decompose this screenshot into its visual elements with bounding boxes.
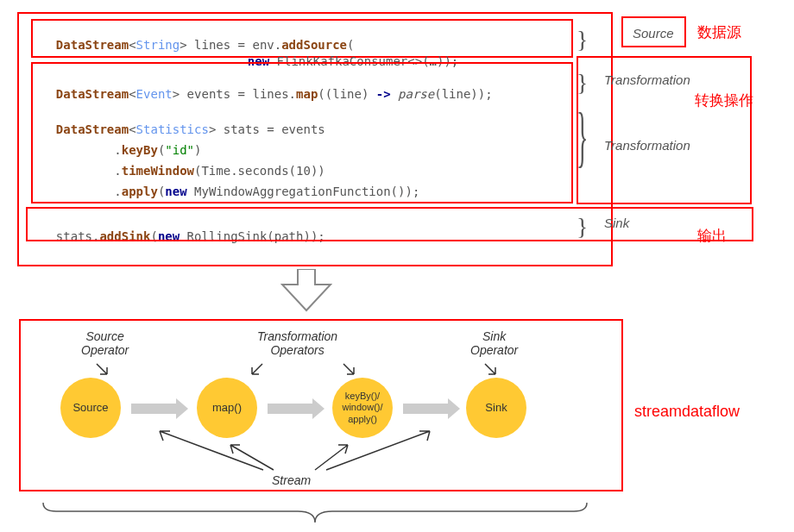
token: Event: [136, 87, 173, 101]
sink-op-label: Sink Operator: [470, 329, 518, 357]
trans-op-label: Transformation Operators: [257, 329, 337, 357]
cn-source-label: 数据源: [697, 22, 741, 42]
source-label: Source: [633, 26, 674, 41]
bottom-brace-icon: [39, 498, 591, 524]
token: new: [165, 185, 186, 198]
cn-sink-label: 输出: [697, 226, 727, 246]
down-arrow-icon: [280, 269, 332, 312]
flow-arrow-icon: [131, 404, 178, 414]
flow-arrow-icon: [268, 404, 314, 414]
trans1-label: Transformation: [604, 72, 690, 87]
node-sink: Sink: [466, 378, 526, 438]
token: > stats = events: [209, 122, 325, 136]
token: map: [296, 87, 318, 101]
cn-trans-label: 转换操作: [695, 91, 753, 110]
trans2-label: Transformation: [604, 138, 690, 153]
token: ((line): [318, 87, 375, 101]
arrow-icon: [95, 362, 112, 378]
arrow-icon: [249, 362, 266, 378]
brace-icon: }: [577, 99, 588, 177]
code-l7: .apply(new MyWindowAggregationFunction()…: [41, 171, 419, 198]
token: (line));: [434, 87, 492, 101]
code-l3: DataStream<Event> events = lines.map((li…: [41, 73, 493, 101]
token: .: [56, 185, 122, 198]
flow-arrow-icon: [403, 404, 450, 414]
brace-icon: }: [577, 213, 588, 241]
token: apply: [122, 185, 158, 198]
src-op-label: Source Operator: [81, 329, 129, 357]
token: MyWindowAggregationFunction());: [187, 185, 420, 198]
node-source: Source: [60, 378, 121, 438]
token: DataStream: [56, 38, 129, 52]
token: parse: [391, 87, 435, 101]
sink-row-box: [26, 207, 753, 241]
brace-icon: }: [577, 69, 588, 97]
brace-icon: }: [577, 26, 588, 53]
cn-flow-label: streamdataflow: [634, 403, 740, 421]
arrow-icon: [483, 362, 501, 378]
arrow-icon: [325, 427, 437, 474]
token: > events = lines.: [173, 87, 296, 101]
sink-label: Sink: [604, 216, 629, 230]
stream-label: Stream: [272, 473, 311, 487]
arrow-icon: [342, 362, 359, 378]
token: ->: [376, 87, 391, 101]
token: String: [136, 38, 180, 52]
arrow-icon: [226, 442, 278, 473]
token: DataStream: [56, 87, 129, 101]
